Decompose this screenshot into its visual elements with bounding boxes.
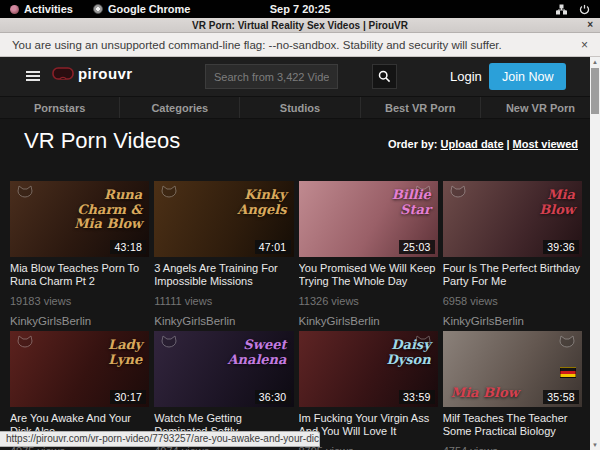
video-thumbnail[interactable]: Kinky Angels 47:01 — [154, 181, 293, 257]
thumbnail-overlay-text: Kinky Angels — [237, 188, 286, 217]
video-studio-link[interactable]: KinkyGirlsBerlin — [299, 315, 438, 327]
thumbnail-overlay-text: Runa Charm & Mia Blow — [74, 188, 142, 232]
menu-item-studios[interactable]: Studios — [240, 97, 360, 118]
power-icon[interactable] — [579, 4, 590, 15]
video-views: 19183 views — [10, 295, 149, 307]
vr-headset-icon — [52, 67, 74, 80]
video-card[interactable]: Mia Blow 39:36 Four Is The Perfect Birth… — [443, 181, 582, 319]
activities-button[interactable]: Activities — [10, 3, 73, 15]
warning-close-icon[interactable]: × — [581, 38, 588, 52]
video-card[interactable]: Runa Charm & Mia Blow 43:18 Mia Blow Tea… — [10, 181, 149, 319]
video-card[interactable]: Mia Blow 35:58 Milf Teaches The Teacher … — [443, 331, 582, 450]
pirouvr-watermark-icon — [15, 335, 35, 357]
thumbnail-overlay-text: Mia Blow — [539, 188, 575, 217]
chrome-app-menu[interactable]: Google Chrome — [93, 3, 191, 15]
activities-label: Activities — [24, 3, 73, 15]
pirouvr-watermark-icon — [557, 335, 577, 357]
video-views: 11111 views — [154, 295, 293, 307]
search-icon — [378, 70, 391, 83]
video-title[interactable]: You Promised We Will Keep Trying The Who… — [299, 262, 438, 288]
thumbnail-overlay-text: Sweet Analena — [227, 338, 286, 367]
menu-item-pornstars[interactable]: Pornstars — [0, 97, 120, 118]
site-logo[interactable]: pirouvr — [52, 65, 132, 82]
video-thumbnail[interactable]: Sweet Analena 36:30 — [154, 331, 293, 407]
duration-badge: 39:36 — [543, 240, 579, 254]
video-thumbnail[interactable]: Daisy Dyson 33:59 — [299, 331, 438, 407]
german-flag-icon — [560, 367, 576, 378]
hamburger-menu-icon[interactable] — [26, 71, 40, 81]
video-views: 6958 views — [443, 295, 582, 307]
thumbnail-overlay-text: Billie Star — [392, 188, 431, 217]
pirouvr-watermark-icon — [15, 185, 35, 207]
page-title: VR Porn Videos — [24, 128, 180, 154]
video-studio-link[interactable]: KinkyGirlsBerlin — [154, 315, 293, 327]
warning-text: You are using an unsupported command-lin… — [12, 39, 502, 51]
pirouvr-watermark-icon — [448, 185, 468, 207]
activities-dot-icon — [10, 5, 19, 14]
pirouvr-watermark-icon — [159, 335, 179, 357]
video-thumbnail[interactable]: Lady Lyne 30:17 — [10, 331, 149, 407]
order-by: Order by: Upload date|Most viewed — [388, 138, 578, 150]
duration-badge: 36:30 — [255, 390, 291, 404]
menu-item-categories[interactable]: Categories — [120, 97, 240, 118]
clock[interactable]: Sep 7 20:25 — [270, 3, 331, 15]
video-title[interactable]: Milf Teaches The Teacher Some Practical … — [443, 412, 582, 438]
menu-item-new-vr-porn[interactable]: New VR Porn — [481, 97, 600, 118]
window-title: VR Porn: Virtual Reality Sex Videos | Pi… — [192, 20, 408, 31]
video-title[interactable]: Four Is The Perfect Birthday Party For M… — [443, 262, 582, 288]
menu-item-best-vr-porn[interactable]: Best VR Porn — [361, 97, 481, 118]
order-by-label: Order by: — [388, 138, 438, 150]
pirouvr-watermark-icon — [159, 185, 179, 207]
duration-badge: 43:18 — [110, 240, 146, 254]
link-status-bar: https://pirouvr.com/vr-porn-video/779325… — [0, 431, 320, 447]
video-studio-link[interactable]: KinkyGirlsBerlin — [10, 315, 149, 327]
search-button[interactable] — [372, 64, 397, 89]
video-card[interactable]: Billie Star 25:03 You Promised We Will K… — [299, 181, 438, 319]
site-navbar: pirouvr Login Join Now — [0, 57, 600, 96]
video-studio-link[interactable]: KinkyGirlsBerlin — [443, 315, 582, 327]
gnome-top-bar: Activities Google Chrome Sep 7 20:25 — [0, 0, 600, 18]
network-icon[interactable] — [556, 4, 567, 15]
video-thumbnail[interactable]: Mia Blow 35:58 — [443, 331, 582, 407]
video-thumbnail[interactable]: Billie Star 25:03 — [299, 181, 438, 257]
duration-badge: 47:01 — [255, 240, 291, 254]
window-close-button[interactable]: × — [587, 19, 593, 30]
logo-text: pirouvr — [78, 65, 132, 82]
search-input[interactable] — [205, 64, 338, 89]
thumbnail-overlay-text: Lady Lyne — [108, 338, 142, 367]
duration-badge: 33:59 — [399, 390, 435, 404]
duration-badge: 35:58 — [543, 390, 579, 404]
page-viewport: pirouvr Login Join Now Pornstars Categor… — [0, 57, 600, 450]
screen: Activities Google Chrome Sep 7 20:25 VR … — [0, 0, 600, 450]
order-most-viewed-link[interactable]: Most viewed — [513, 138, 578, 150]
order-separator: | — [507, 138, 510, 150]
video-title[interactable]: Mia Blow Teaches Porn To Runa Charm Pt 2 — [10, 262, 149, 288]
duration-badge: 25:03 — [399, 240, 435, 254]
site-menu: Pornstars Categories Studios Best VR Por… — [0, 96, 600, 119]
duration-badge: 30:17 — [110, 390, 146, 404]
order-upload-date-link[interactable]: Upload date — [441, 138, 504, 150]
scrollbar[interactable]: ▲ ▼ — [590, 57, 600, 450]
video-views: 11326 views — [299, 295, 438, 307]
join-now-button[interactable]: Join Now — [489, 63, 566, 90]
video-thumbnail[interactable]: Runa Charm & Mia Blow 43:18 — [10, 181, 149, 257]
app-menu-label: Google Chrome — [108, 3, 191, 15]
video-thumbnail[interactable]: Mia Blow 39:36 — [443, 181, 582, 257]
chrome-warning-bar: You are using an unsupported command-lin… — [0, 33, 600, 57]
scrollbar-up-icon[interactable]: ▲ — [590, 57, 600, 67]
chrome-icon — [93, 4, 103, 14]
scrollbar-down-icon[interactable]: ▼ — [590, 440, 600, 450]
video-views: 4754 views — [443, 445, 582, 450]
thumbnail-overlay-text: Daisy Dyson — [386, 338, 430, 367]
login-link[interactable]: Login — [450, 69, 482, 84]
window-titlebar: VR Porn: Virtual Reality Sex Videos | Pi… — [0, 18, 600, 33]
thumbnail-overlay-text: Mia Blow — [451, 386, 519, 401]
scrollbar-thumb[interactable] — [591, 68, 599, 114]
video-card[interactable]: Kinky Angels 47:01 3 Angels Are Training… — [154, 181, 293, 319]
video-grid: Runa Charm & Mia Blow 43:18 Mia Blow Tea… — [10, 181, 582, 450]
video-title[interactable]: 3 Angels Are Training For Impossible Mis… — [154, 262, 293, 288]
